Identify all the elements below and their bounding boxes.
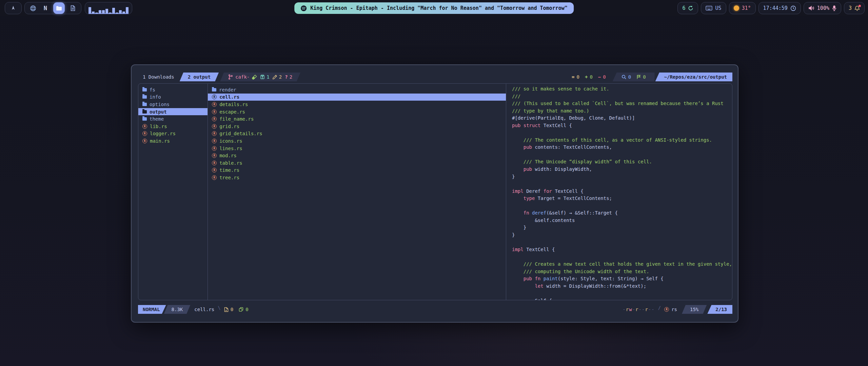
file-name-label: fs	[150, 87, 155, 93]
file-row-file_name.rs[interactable]: Rfile_name.rs	[208, 115, 506, 123]
file-row-tree.rs[interactable]: Rtree.rs	[208, 174, 506, 181]
git-status-segment: cafk- 1	[220, 73, 300, 81]
minus-icon: −	[598, 74, 601, 80]
microphone-icon	[832, 5, 836, 11]
folder-icon	[142, 88, 147, 92]
folder-icon	[142, 103, 147, 106]
visualizer-bar	[95, 13, 98, 14]
file-row-render[interactable]: render	[208, 86, 506, 94]
tab-output-label: 2 output	[188, 74, 211, 80]
git-branch-name: cafk-	[235, 74, 250, 80]
file-row-info[interactable]: info	[138, 94, 208, 101]
visualizer-bar	[116, 13, 118, 14]
task-count-value: 0	[231, 307, 233, 312]
file-row-table.rs[interactable]: Rtable.rs	[208, 159, 506, 167]
rust-file-icon: R	[212, 117, 217, 121]
globe-icon	[30, 5, 36, 12]
git-modified-value: 2	[279, 74, 282, 80]
code-line	[512, 290, 732, 298]
search-counter: 0	[622, 74, 631, 80]
file-manager-panes: fsinfooptionsoutputthemeRlib.rsRlogger.r…	[138, 83, 732, 300]
file-name-label: tree.rs	[219, 175, 239, 180]
dock-item-notes[interactable]: N	[41, 4, 50, 13]
media-player-widget[interactable]: King Crimson - Epitaph - Including "Marc…	[294, 2, 574, 14]
file-name-label: cell.rs	[219, 94, 239, 100]
bell-icon	[854, 5, 860, 11]
code-line: pub fn paint(style: Style, text: String)…	[512, 276, 732, 283]
updates-count: 6	[682, 5, 685, 11]
tab-downloads-label: 1 Downloads	[143, 74, 174, 80]
file-row-main.rs[interactable]: Rmain.rs	[138, 137, 208, 145]
file-row-cell.rs[interactable]: Rcell.rs	[208, 94, 506, 101]
file-name-label: logger.rs	[150, 131, 176, 136]
visualizer-bar	[88, 7, 91, 14]
file-name-label: options	[150, 102, 170, 107]
file-name-label: file_name.rs	[219, 116, 254, 122]
speaker-icon	[808, 5, 814, 11]
rust-file-icon: R	[212, 161, 217, 165]
weather-widget[interactable]: 31°	[729, 2, 756, 14]
updates-widget[interactable]: 6	[677, 2, 698, 14]
file-row-time.rs[interactable]: Rtime.rs	[208, 167, 506, 174]
code-line: &self.contents	[512, 218, 732, 225]
current-path-segment[interactable]: ~/Repos/eza/src/output	[655, 73, 732, 81]
file-name-label: grid.rs	[219, 124, 239, 129]
code-line: pub contents: TextCellContents,	[512, 144, 732, 152]
file-name-label: lines.rs	[219, 146, 242, 151]
file-row-mod.rs[interactable]: Rmod.rs	[208, 152, 506, 159]
file-row-details.rs[interactable]: Rdetails.rs	[208, 101, 506, 108]
file-name-label: output	[150, 109, 167, 115]
diff-added-value: 0	[590, 74, 592, 80]
dock-item-files[interactable]	[53, 2, 65, 14]
tab-downloads[interactable]: 1 Downloads	[138, 73, 180, 81]
code-line: type Target = TextCellContents;	[512, 196, 732, 203]
file-row-escape.rs[interactable]: Rescape.rs	[208, 108, 506, 116]
code-line: pub struct TextCell {	[512, 123, 732, 130]
file-row-fs[interactable]: fs	[138, 86, 208, 94]
file-row-options[interactable]: options	[138, 101, 208, 108]
sun-icon	[734, 5, 739, 11]
current-path: ~/Repos/eza/src/output	[664, 74, 727, 80]
yank-count-value: 0	[245, 307, 248, 312]
rust-file-icon: R	[212, 124, 217, 129]
code-line	[512, 239, 732, 247]
tab-output[interactable]: 2 output	[180, 73, 219, 81]
dock-item-document[interactable]	[68, 4, 77, 13]
cursor-position: 2/13	[715, 307, 727, 312]
diff-added: + 0	[585, 74, 593, 80]
code-line	[512, 152, 732, 159]
file-row-lib.rs[interactable]: Rlib.rs	[138, 123, 208, 130]
visualizer-bar	[102, 10, 105, 14]
file-row-icons.rs[interactable]: Ricons.rs	[208, 137, 506, 145]
rust-file-icon: R	[212, 175, 217, 180]
git-modified-count: 2	[273, 74, 282, 80]
rust-file-icon: R	[212, 146, 217, 151]
audio-visualizer-widget[interactable]	[85, 2, 132, 14]
file-row-grid_details.rs[interactable]: Rgrid_details.rs	[208, 130, 506, 138]
file-row-output[interactable]: output	[138, 108, 208, 116]
launcher-button[interactable]	[5, 2, 22, 14]
file-name-label: mod.rs	[219, 153, 237, 158]
code-line	[512, 130, 732, 137]
git-branch-icon	[228, 74, 233, 80]
file-row-grid.rs[interactable]: Rgrid.rs	[208, 123, 506, 130]
visualizer-bars	[88, 5, 129, 14]
status-pills: 6 US 31° 17:44:59	[677, 2, 865, 14]
diff-removed-value: 0	[603, 74, 606, 80]
notifications-widget[interactable]: 3	[844, 2, 865, 14]
rust-icon: R	[664, 307, 669, 312]
file-name-label: main.rs	[150, 138, 170, 144]
file-row-theme[interactable]: theme	[138, 115, 208, 123]
file-row-logger.rs[interactable]: Rlogger.rs	[138, 130, 208, 138]
file-plus-icon	[224, 307, 229, 312]
dock-item-browser[interactable]	[28, 4, 37, 13]
code-line: /// computing the Unicode width of the t…	[512, 269, 732, 276]
code-line: /// Creates a new text cell that holds t…	[512, 261, 732, 269]
code-line: fn deref(&self) → &Self::Target {	[512, 210, 732, 218]
code-line: }	[512, 232, 732, 240]
clock-widget[interactable]: 17:44:59	[758, 2, 801, 14]
file-row-lines.rs[interactable]: Rlines.rs	[208, 145, 506, 152]
rust-file-icon: R	[142, 131, 147, 136]
keyboard-layout-widget[interactable]: US	[701, 2, 726, 14]
volume-widget[interactable]: 100%	[804, 2, 841, 14]
